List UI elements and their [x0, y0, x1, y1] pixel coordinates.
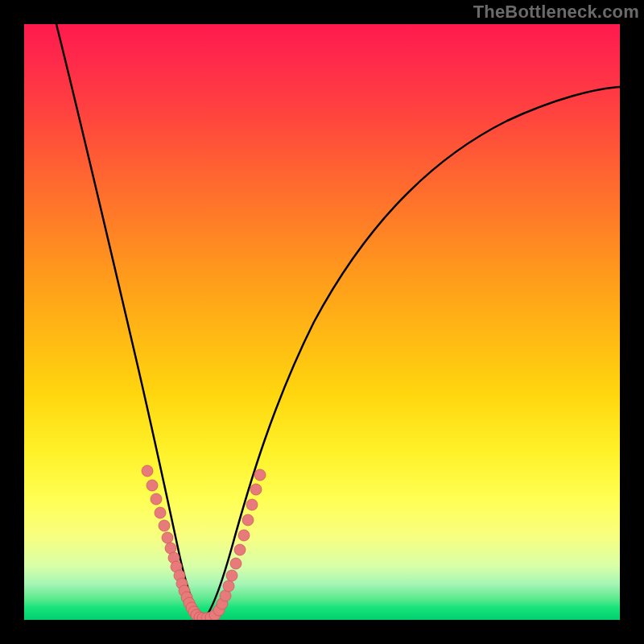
svg-point-0: [142, 465, 153, 477]
svg-point-28: [234, 544, 246, 555]
svg-point-29: [238, 530, 250, 541]
watermark-text: TheBottleneck.com: [473, 2, 639, 23]
chart-stage: TheBottleneck.com: [0, 0, 644, 644]
svg-point-27: [230, 558, 242, 569]
svg-point-3: [155, 507, 166, 518]
svg-point-4: [159, 520, 170, 531]
svg-point-32: [250, 484, 262, 495]
svg-point-1: [147, 480, 158, 491]
svg-point-5: [162, 532, 173, 543]
svg-point-2: [151, 493, 162, 505]
svg-point-25: [223, 580, 234, 592]
svg-point-33: [254, 469, 266, 481]
svg-point-30: [242, 514, 254, 526]
svg-point-26: [226, 570, 237, 581]
plot-area: [24, 24, 620, 620]
svg-point-31: [246, 499, 258, 510]
left-curve: [56, 24, 203, 620]
chart-svg: [24, 24, 620, 620]
marker-layer: [142, 465, 266, 620]
right-curve: [203, 87, 620, 620]
